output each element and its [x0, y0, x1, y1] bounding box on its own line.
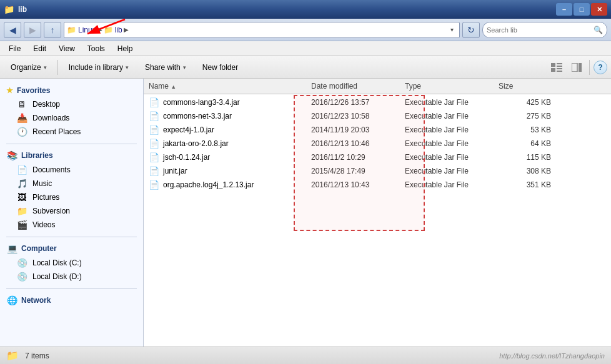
column-header-date[interactable]: Date modified: [306, 80, 400, 92]
table-row[interactable]: 📄 org.apache.log4j_1.2.13.jar 2016/12/13…: [144, 178, 611, 192]
refresh-button[interactable]: ↻: [462, 22, 480, 38]
table-row[interactable]: 📄 expect4j-1.0.jar 2014/11/19 20:03 Exec…: [144, 123, 611, 137]
table-row[interactable]: 📄 junit.jar 2015/4/28 17:49 Executable J…: [144, 164, 611, 178]
title-bar: 📁 lib – □ ✕: [0, 0, 611, 19]
sidebar-item-documents[interactable]: 📄 Documents: [0, 163, 143, 177]
file-size-6: 351 KB: [494, 179, 556, 190]
organize-dropdown-arrow: ▾: [44, 64, 47, 71]
toolbar-separator-1: [57, 60, 58, 75]
sidebar-item-music[interactable]: 🎵 Music: [0, 177, 143, 190]
organize-button[interactable]: Organize ▾: [4, 59, 54, 76]
column-header-type[interactable]: Type: [400, 80, 494, 92]
jar-icon-5: 📄: [149, 166, 159, 176]
videos-icon: 🎬: [16, 220, 27, 230]
documents-icon: 📄: [16, 165, 27, 175]
computer-icon: 💻: [6, 243, 17, 253]
address-bar[interactable]: 📁 Linux ▶ 📁 lib ▶ ▾: [64, 22, 460, 38]
svg-rect-7: [557, 71, 562, 72]
svg-rect-6: [557, 68, 562, 69]
menu-file[interactable]: File: [4, 43, 26, 54]
table-row[interactable]: 📄 commons-lang3-3.4.jar 2016/12/26 13:57…: [144, 96, 611, 109]
sidebar-network-header: 🌐 Network: [0, 293, 143, 308]
main-area: ★ Favorites 🖥 Desktop 📥 Downloads 🕐 Rece…: [0, 79, 611, 347]
search-bar[interactable]: 🔍: [482, 22, 607, 38]
file-size-3: 64 KB: [494, 138, 556, 149]
sidebar-item-local-disk-d[interactable]: 💿 Local Disk (D:): [0, 270, 143, 283]
file-list-area: Name ▲ Date modified Type Size: [144, 79, 611, 347]
preview-pane-button[interactable]: [568, 59, 585, 76]
sidebar-item-videos[interactable]: 🎬 Videos: [0, 218, 143, 232]
view-change-button[interactable]: [548, 59, 565, 76]
sidebar-divider-3: [6, 288, 137, 289]
menu-help[interactable]: Help: [112, 43, 138, 54]
menu-bar: File Edit View Tools Help: [0, 41, 611, 56]
pictures-icon: 🖼: [16, 192, 27, 202]
breadcrumb-linux[interactable]: 📁 Linux: [67, 26, 96, 34]
network-icon: 🌐: [6, 295, 17, 305]
sidebar-libraries-header: 📚 Libraries: [0, 148, 143, 163]
menu-tools[interactable]: Tools: [82, 43, 110, 54]
sidebar-divider-1: [6, 144, 137, 144]
folder-icon-2: 📁: [104, 26, 113, 34]
recent-places-icon: 🕐: [16, 127, 27, 137]
file-size-4: 115 KB: [494, 152, 556, 163]
file-type-2: Executable Jar File: [400, 124, 494, 135]
file-size-5: 308 KB: [494, 165, 556, 177]
table-row[interactable]: 📄 jakarta-oro-2.0.8.jar 2016/12/13 10:46…: [144, 137, 611, 150]
sidebar-item-downloads[interactable]: 📥 Downloads: [0, 111, 143, 125]
sidebar-item-desktop[interactable]: 🖥 Desktop: [0, 97, 143, 111]
file-date-3: 2016/12/13 10:46: [306, 138, 400, 149]
new-folder-button[interactable]: New folder: [196, 59, 245, 76]
table-row[interactable]: 📄 commons-net-3.3.jar 2016/12/23 10:58 E…: [144, 109, 611, 123]
star-icon: ★: [6, 86, 13, 95]
file-date-4: 2016/11/2 10:29: [306, 152, 400, 163]
close-button[interactable]: ✕: [591, 3, 607, 16]
sidebar-computer-header: 💻 Computer: [0, 241, 143, 256]
minimize-button[interactable]: –: [556, 3, 572, 16]
sidebar-item-subversion[interactable]: 📁 Subversion: [0, 204, 143, 218]
toolbar-separator-2: [589, 60, 590, 75]
music-icon: 🎵: [16, 179, 27, 189]
back-button[interactable]: ◀: [4, 22, 21, 38]
file-name-cell-6: 📄 org.apache.log4j_1.2.13.jar: [144, 179, 306, 191]
column-header-name[interactable]: Name ▲: [144, 80, 306, 92]
include-library-button[interactable]: Include in library ▾: [62, 59, 136, 76]
sidebar-section-network: 🌐 Network: [0, 293, 143, 308]
file-list-header: Name ▲ Date modified Type Size: [144, 79, 611, 94]
libraries-icon: 📚: [6, 150, 17, 160]
jar-icon-2: 📄: [149, 125, 159, 135]
jar-icon-0: 📄: [149, 97, 159, 107]
file-date-2: 2014/11/19 20:03: [306, 124, 400, 135]
file-type-4: Executable Jar File: [400, 152, 494, 163]
search-input[interactable]: [487, 26, 594, 34]
jar-icon-4: 📄: [149, 152, 159, 162]
sidebar-item-local-disk-c[interactable]: 💿 Local Disk (C:): [0, 256, 143, 270]
table-row[interactable]: 📄 jsch-0.1.24.jar 2016/11/2 10:29 Execut…: [144, 150, 611, 164]
help-button[interactable]: ?: [594, 61, 607, 74]
file-size-2: 53 KB: [494, 124, 556, 135]
sidebar-item-pictures[interactable]: 🖼 Pictures: [0, 190, 143, 204]
file-type-6: Executable Jar File: [400, 179, 494, 190]
breadcrumb-lib[interactable]: 📁 lib: [104, 26, 122, 34]
disk-c-icon: 💿: [16, 258, 27, 268]
subversion-icon: 📁: [16, 206, 27, 216]
search-icon[interactable]: 🔍: [594, 26, 603, 34]
desktop-icon: 🖥: [16, 99, 27, 109]
svg-rect-9: [579, 63, 582, 72]
maximize-button[interactable]: □: [574, 3, 590, 16]
sidebar-item-recent-places[interactable]: 🕐 Recent Places: [0, 125, 143, 139]
menu-view[interactable]: View: [54, 43, 80, 54]
address-dropdown-button[interactable]: ▾: [447, 24, 457, 36]
forward-button[interactable]: ▶: [24, 22, 41, 38]
jar-icon-3: 📄: [149, 139, 159, 149]
sidebar-favorites-header: ★ Favorites: [0, 84, 143, 97]
menu-edit[interactable]: Edit: [28, 43, 51, 54]
file-name-cell-5: 📄 junit.jar: [144, 165, 306, 177]
column-header-size[interactable]: Size: [494, 80, 556, 92]
up-button[interactable]: ↑: [44, 22, 61, 38]
title-bar-controls: – □ ✕: [556, 3, 607, 16]
file-type-5: Executable Jar File: [400, 165, 494, 177]
file-size-0: 425 KB: [494, 97, 556, 108]
svg-rect-5: [551, 68, 555, 72]
share-with-button[interactable]: Share with ▾: [138, 59, 193, 76]
